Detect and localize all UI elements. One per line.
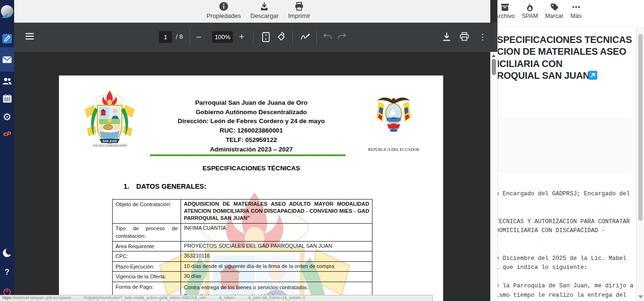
mark-button[interactable]: Marcar <box>545 2 563 19</box>
settings-gear-icon[interactable]: ⚙ <box>0 109 14 125</box>
status-url-scheme: https <box>2 295 11 300</box>
section-number: 1. <box>124 183 129 190</box>
fit-page-icon[interactable] <box>262 32 270 44</box>
pdf-more-menu-icon[interactable]: ⋮ <box>479 32 487 42</box>
subject-line: ROQUIAL SAN JUAN <box>497 70 638 82</box>
toolbar-divider <box>190 30 190 44</box>
status-url-tooltip: https://webmail.sanjuan.gob.ec/cpsess………… <box>0 295 433 301</box>
spam-label: SPAM <box>522 13 538 19</box>
letterhead-line: Dirección: León de Febres Cordero y 24 d… <box>133 117 369 126</box>
body-line <box>497 237 644 246</box>
contacts-icon[interactable] <box>0 75 14 88</box>
body-line <box>497 200 644 209</box>
row-value: 353210116 <box>181 251 372 262</box>
print-attachment-button[interactable]: Imprimir <box>288 1 310 19</box>
pdf-menu-icon[interactable] <box>25 33 34 42</box>
calendar-icon[interactable] <box>0 92 14 105</box>
row-label: Tipo de proceso de contratación: <box>113 223 181 241</box>
more-label: Más <box>570 13 582 19</box>
subject-line: CION DE MATERIALES ASEO <box>497 46 638 58</box>
letterhead-rule <box>150 154 346 156</box>
zoom-in-button[interactable]: + <box>239 32 244 42</box>
table-row: Tipo de proceso de contratación:ÍNFIMA C… <box>113 223 372 241</box>
body-line <box>497 274 644 283</box>
body-line: o Encargado del GADPRSJ; Encargado del <box>497 191 644 200</box>
attachment-card[interactable] <box>498 118 631 172</box>
spam-button[interactable]: SPAM <box>522 2 538 19</box>
archive-label: Archivo <box>497 13 515 19</box>
mail-nav-icon[interactable] <box>0 47 14 72</box>
archive-button[interactable]: Archivo <box>497 2 515 19</box>
toolbar-divider <box>253 30 254 44</box>
body-line <box>497 246 644 255</box>
dark-mode-moon-icon[interactable] <box>0 245 14 260</box>
section-heading: 1.DATOS GENERALES: <box>124 183 206 190</box>
row-value: 10 días desde el siguiente día de la fir… <box>181 261 372 272</box>
redo-icon <box>337 33 347 42</box>
table-row: Vigencia de la Oferta:30 días <box>113 272 372 282</box>
webmail-logo-icon <box>0 2 14 21</box>
overlay-edge <box>490 0 497 23</box>
row-label: CPC: <box>113 251 181 262</box>
subject-line: ICILIARIA CON <box>497 58 638 70</box>
row-label: Objeto de Contratación: <box>113 200 181 224</box>
toolbar-divider <box>292 30 293 44</box>
body-line: TECNICAS Y AUTORIZACION PARA CONTRATAR <box>497 218 644 228</box>
mark-label: Marcar <box>545 13 563 19</box>
compose-icon[interactable] <box>0 32 14 45</box>
letterhead-line: TELF: 052959122 <box>133 135 369 145</box>
cpanel-icon[interactable]: cP <box>0 127 14 140</box>
message-scrollbar[interactable] <box>636 27 644 301</box>
spam-fire-icon <box>525 2 535 12</box>
annotate-pen-icon[interactable] <box>300 33 311 42</box>
body-line: e la Parroquia de San Juan, me dirijo a <box>497 283 644 292</box>
scroll-up-arrow-icon[interactable] <box>492 54 495 57</box>
message-subject: SPECIFICACIONES TECNICASCION DE MATERIAL… <box>497 34 638 82</box>
download-icon <box>259 1 269 11</box>
app-sidebar: ⚙ cP ? <box>0 0 14 301</box>
info-icon <box>219 1 229 11</box>
row-label: Plazo Ejecución: <box>113 261 181 272</box>
table-row: CPC:353210116 <box>113 251 372 262</box>
message-panel: Archivo SPAM Marcar Más <box>497 0 644 301</box>
pdf-scrollbar-thumb[interactable] <box>492 59 496 75</box>
row-label: Área Requirente: <box>113 241 181 251</box>
body-line <box>497 209 644 218</box>
zoom-out-button[interactable]: − <box>196 32 201 42</box>
pdf-download-icon[interactable] <box>442 32 451 43</box>
download-attachment-button[interactable]: Descargar <box>250 1 279 19</box>
table-row: Área Requirente:PROYECTOS SOCIALES DEL G… <box>113 241 372 251</box>
more-button[interactable]: Más <box>570 2 582 19</box>
table-row: Objeto de Contratación:ADQUISICION DE MA… <box>113 200 372 224</box>
properties-button[interactable]: Propiedades <box>206 1 241 19</box>
scrollbar-thumb[interactable] <box>638 34 643 221</box>
row-label: Vigencia de la Oferta: <box>113 272 181 282</box>
archive-icon <box>500 2 510 12</box>
letterhead-line: RUC: 1260023860001 <box>133 126 369 135</box>
row-value: PROYECTOS SOCIALES DEL GAD PARROQUIAL SA… <box>181 241 372 251</box>
body-line: l que indica lo siguiente: <box>497 264 644 274</box>
page-number-input[interactable]: 1 <box>159 31 172 43</box>
document-title: ESPECIFICACIONES TÉCNICAS <box>133 165 369 172</box>
zoom-level-value[interactable]: 100% <box>212 31 233 43</box>
webmail-app: ⚙ cP ? Propiedades Descargar <box>0 0 644 301</box>
scroll-down-arrow-icon[interactable] <box>638 295 643 299</box>
tag-icon <box>550 2 559 12</box>
pdf-canvas-area: REPÚBLICA DEL ECUADOR Parroquial San Jua… <box>14 52 490 301</box>
rotate-icon[interactable] <box>276 32 286 44</box>
letterhead-line: Administración 2023 – 2027 <box>133 145 369 154</box>
letterhead-line: Gobierno Autónomo Descentralizado <box>133 108 369 117</box>
row-value: 30 días <box>181 272 372 282</box>
body-line: e Diciembre del 2025 de la Lic. Mabel <box>497 255 644 265</box>
pdf-scrollbar[interactable] <box>490 52 497 301</box>
toolbar-divider <box>316 30 317 44</box>
help-icon[interactable]: ? <box>0 265 14 279</box>
download-label: Descargar <box>250 12 279 19</box>
properties-label: Propiedades <box>206 12 241 19</box>
letterhead-line: Parroquial San Juan de Juana de Oro <box>133 98 369 108</box>
print-label: Imprimir <box>288 12 310 19</box>
subject-line: SPECIFICACIONES TECNICAS <box>497 34 638 46</box>
row-value: ADQUISICION DE MATERIALES ASEO ADULTO MA… <box>181 200 372 224</box>
open-in-new-icon[interactable] <box>588 71 597 80</box>
pdf-print-icon[interactable] <box>460 32 469 43</box>
